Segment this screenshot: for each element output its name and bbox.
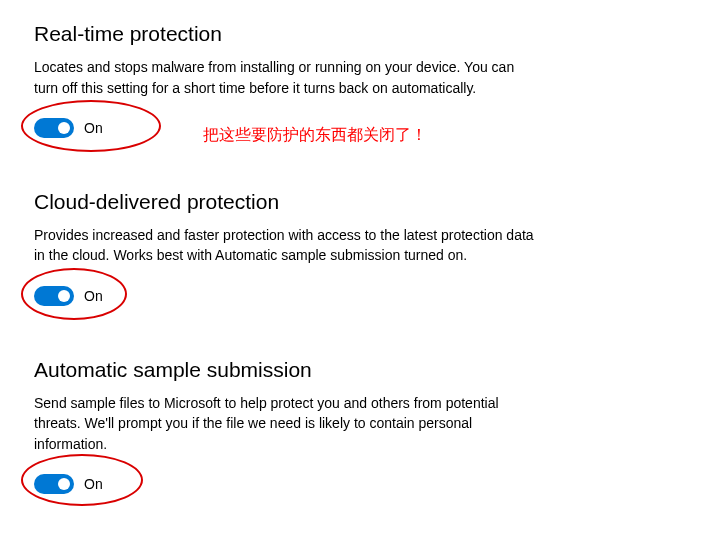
cloud-protection-section: Cloud-delivered protection Provides incr…: [34, 188, 534, 306]
annotation-text: 把这些要防护的东西都关闭了！: [203, 125, 427, 146]
sample-submission-toggle[interactable]: [34, 474, 74, 494]
realtime-protection-section: Real-time protection Locates and stops m…: [34, 20, 534, 138]
cloud-protection-toggle-label: On: [84, 288, 103, 304]
realtime-protection-title: Real-time protection: [34, 20, 534, 47]
toggle-knob-icon: [58, 478, 70, 490]
sample-submission-section: Automatic sample submission Send sample …: [34, 356, 534, 494]
toggle-knob-icon: [58, 290, 70, 302]
toggle-knob-icon: [58, 122, 70, 134]
realtime-protection-description: Locates and stops malware from installin…: [34, 57, 534, 98]
sample-submission-title: Automatic sample submission: [34, 356, 534, 383]
cloud-protection-toggle[interactable]: [34, 286, 74, 306]
cloud-protection-title: Cloud-delivered protection: [34, 188, 534, 215]
realtime-protection-toggle-label: On: [84, 120, 103, 136]
sample-submission-toggle-label: On: [84, 476, 103, 492]
sample-submission-toggle-row: On: [34, 474, 534, 494]
sample-submission-description: Send sample files to Microsoft to help p…: [34, 393, 534, 454]
cloud-protection-toggle-row: On: [34, 286, 534, 306]
realtime-protection-toggle[interactable]: [34, 118, 74, 138]
cloud-protection-description: Provides increased and faster protection…: [34, 225, 534, 266]
